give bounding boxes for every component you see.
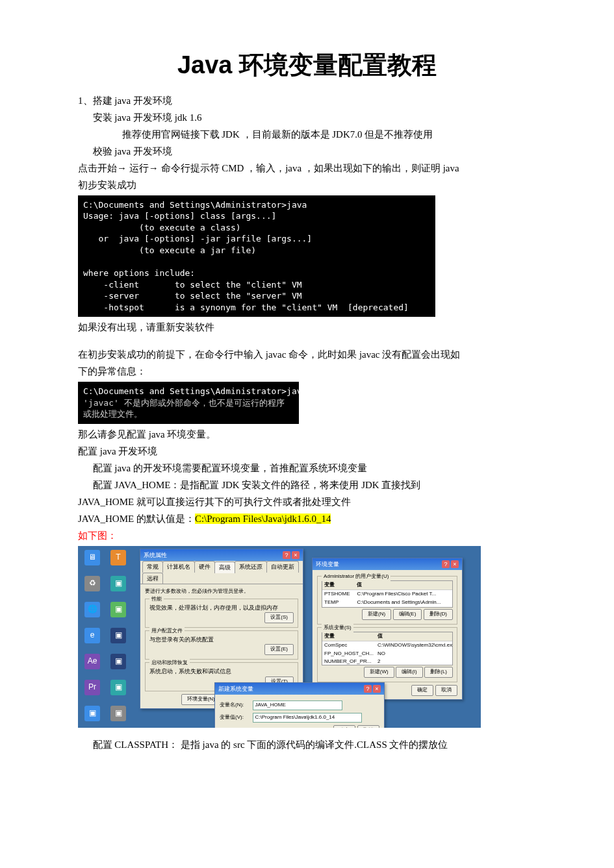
line: 在初步安装成功的前提下，在命令行中输入 javac 命令，此时如果 javac … [78, 347, 536, 362]
new-button[interactable]: 新建(W) [364, 667, 394, 678]
line: 初步安装成功 [78, 177, 536, 193]
line: 那么请参见配置 java 环境变量。 [78, 427, 536, 442]
delete-button[interactable]: 删除(D) [424, 609, 453, 620]
ok-button[interactable]: 确定 [333, 725, 355, 728]
window-title: 系统属性 [144, 551, 167, 560]
help-icon[interactable]: ? [442, 560, 450, 568]
screenshot-envvars: 🖥 T ♻ ▣ 🌐 ▣ e ▣ Ae ▣ Pr ▣ ▣ ▣ 系统属性 ?× 常规… [78, 546, 481, 728]
ok-button[interactable]: 确定 [411, 685, 433, 696]
varname-label: 变量名(N): [220, 701, 251, 710]
tab-autoupdate[interactable]: 自动更新 [266, 561, 299, 572]
line: 配置 JAVA_HOME：是指配置 JDK 安装文件的路径，将来使用 JDK 直… [78, 477, 536, 493]
settings-button[interactable]: 设置(E) [264, 644, 294, 655]
delete-button[interactable]: 删除(L) [424, 667, 453, 678]
group-startup: 启动和故障恢复 [149, 659, 190, 667]
tab-computer-name[interactable]: 计算机名 [162, 561, 195, 572]
line: JAVA_HOME 的默认值是：C:\Program Files\Java\jd… [78, 511, 536, 527]
text: 系统启动，系统失败和调试信息 [149, 667, 294, 676]
close-icon[interactable]: × [292, 551, 300, 559]
close-icon[interactable]: × [373, 685, 381, 693]
line: 配置 CLASSPATH： 是指 java 的 src 下面的源代码的编译文件.… [78, 737, 536, 752]
line: 推荐使用官网链接下载 JDK ，目前最新的版本是 JDK7.0 但是不推荐使用 [78, 127, 536, 142]
terminal-output-java: C:\Documents and Settings\Administrator>… [78, 195, 435, 317]
sys-vars-label: 系统变量(S) [322, 624, 353, 632]
varname-input[interactable]: JAVA_HOME [253, 701, 342, 710]
help-icon[interactable]: ? [283, 551, 290, 559]
tab-restore[interactable]: 系统还原 [235, 561, 267, 572]
window-env-vars: 环境变量 ?× Administrator 的用户变量(U) 变量值 PTSHO… [312, 558, 463, 700]
desktop-icons: 🖥 T ♻ ▣ 🌐 ▣ e ▣ Ae ▣ Pr ▣ ▣ ▣ [82, 550, 129, 728]
line: 1、搭建 java 开发环境 [78, 93, 536, 108]
highlight-path: C:\Program Files\Java\jdk1.6.0_14 [195, 514, 331, 524]
document-page: Java 环境变量配置教程 1、搭建 java 开发环境 安装 java 开发环… [0, 0, 614, 868]
help-icon[interactable]: ? [364, 685, 372, 693]
line: JAVA_HOME 就可以直接运行其下的可执行文件或者批处理文件 [78, 494, 536, 510]
window-new-variable: 新建系统变量 ?× 变量名(N): JAVA_HOME 变量值(V): C:\P… [214, 682, 385, 728]
close-icon[interactable]: × [451, 560, 459, 568]
tab-remote[interactable]: 远程 [142, 573, 163, 584]
tab-advanced[interactable]: 高级 [214, 562, 235, 573]
line: 如果没有出现，请重新安装软件 [78, 319, 536, 335]
text: JAVA_HOME 的默认值是： [78, 514, 195, 524]
terminal-output-javac: C:\Documents and Settings\Administrator>… [78, 382, 299, 424]
tab-hardware[interactable]: 硬件 [194, 561, 215, 572]
varval-input[interactable]: C:\Program Files\Java\jdk1.6.0_14 [253, 713, 362, 723]
tab-general[interactable]: 常规 [142, 561, 163, 572]
edit-button[interactable]: 编辑(E) [393, 609, 422, 620]
text: 与您登录有关的系统配置 [149, 635, 294, 644]
cancel-button[interactable]: 取消 [435, 685, 457, 696]
varval-label: 变量值(V): [220, 713, 251, 722]
window-title: 新建系统变量 [218, 684, 253, 693]
line: 配置 java 的开发环境需要配置环境变量，首推配置系统环境变量 [78, 460, 536, 476]
settings-button[interactable]: 设置(S) [264, 612, 294, 623]
line: 安装 java 开发环境 jdk 1.6 [78, 110, 536, 125]
text: 点击开始 [78, 163, 117, 173]
line: 下的异常信息： [78, 364, 536, 379]
group-perf: 性能 [149, 595, 164, 604]
edit-button[interactable]: 编辑(I) [396, 667, 423, 678]
window-title: 环境变量 [316, 560, 339, 569]
hint-text: 要进行大多数改动，您必须作为管理员登录。 [145, 588, 298, 596]
line: 点击开始→ 运行→ 命令行提示符 CMD ，输入，java ，如果出现如下的输出… [78, 160, 536, 176]
group-profile: 用户配置文件 [149, 627, 185, 636]
terminal-error: 'javac' 不是内部或外部命令，也不是可运行的程序 或批处理文件。 [83, 398, 285, 419]
cancel-button[interactable]: 取消 [357, 725, 379, 728]
text: 命令行提示符 CMD ，输入，java ，如果出现如下的输出，则证明 java [159, 163, 459, 173]
line: 校验 java 开发环境 [78, 143, 536, 159]
page-title: Java 环境变量配置教程 [78, 45, 536, 85]
arrow-icon: → [149, 162, 159, 173]
line: 配置 java 开发环境 [78, 443, 536, 459]
user-vars-label: Administrator 的用户变量(U) [322, 573, 390, 581]
text: 运行 [127, 163, 149, 173]
arrow-icon: → [117, 162, 127, 173]
text: 视觉效果，处理器计划，内存使用，以及虚拟内存 [149, 603, 294, 612]
terminal-prompt: C:\Documents and Settings\Administrator>… [83, 386, 312, 396]
new-button[interactable]: 新建(N) [362, 609, 391, 620]
user-vars-list[interactable]: 变量值 PTSHOMEC:\Program Files\Cisco Packet… [322, 580, 453, 608]
line-red: 如下图： [78, 528, 536, 543]
sys-vars-list[interactable]: 变量值 ComSpecC:\WINDOWS\system32\cmd.exe F… [322, 632, 453, 665]
